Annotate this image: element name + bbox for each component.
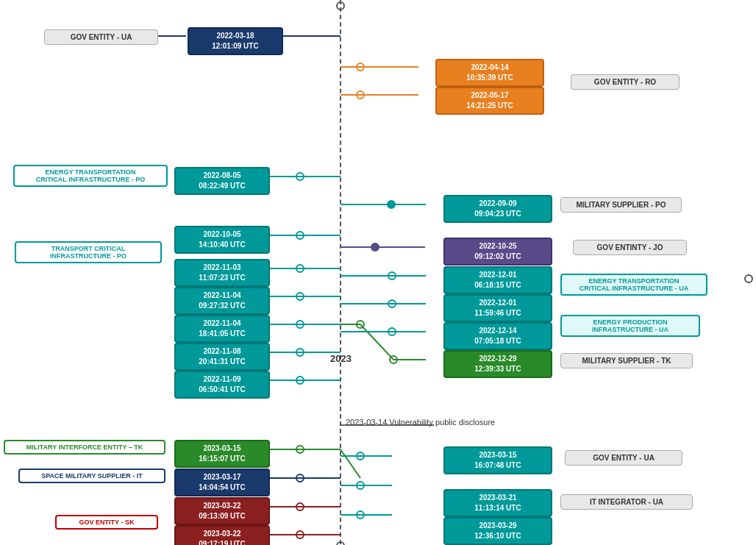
svg-point-24 (296, 265, 304, 272)
svg-point-9 (357, 91, 364, 99)
node-2023-03-17[interactable]: 2023-03-1714:04:54 UTC (174, 469, 270, 496)
svg-point-30 (296, 293, 304, 300)
entity-gov-sk: GOV ENTITY - SK (55, 515, 158, 530)
svg-point-39 (357, 321, 364, 328)
entity-military-tk-right: MILITARY SUPPLIER - TK (560, 353, 693, 368)
node-2022-11-09[interactable]: 2022-11-0906:50:41 UTC (174, 371, 270, 399)
node-2022-10-05[interactable]: 2022-10-0514:10:40 UTC (174, 226, 270, 254)
timeline-container: 2023 2023-03-14 Vulnerability public dis… (0, 0, 756, 545)
svg-point-50 (296, 377, 304, 384)
node-2023-03-15-right[interactable]: 2023-03-1516:07:48 UTC (443, 446, 552, 474)
node-2023-03-22a[interactable]: 2023-03-2209:13:09 UTC (174, 497, 270, 525)
node-2022-12-01b[interactable]: 2022-12-0111:59:46 UTC (443, 294, 552, 322)
entity-energy-prod-ua: ENERGY PRODUCTIONINFRASTRUCTURE - UA (560, 315, 700, 337)
node-2022-12-29[interactable]: 2022-12-2912:39:33 UTC (443, 350, 552, 378)
node-2022-11-03[interactable]: 2022-11-0311:07:23 UTC (174, 259, 270, 287)
year-label-2023: 2023 (330, 353, 352, 364)
node-2022-12-14[interactable]: 2022-12-1407:05:18 UTC (443, 322, 552, 350)
node-2023-03-21[interactable]: 2023-03-2111:13:14 UTC (443, 489, 552, 517)
node-2022-11-04a[interactable]: 2022-11-0409:27:32 UTC (174, 287, 270, 315)
entity-energy-trans-crit-ua: ENERGY TRANSPORTATIONCRITICAL INFRASTRUC… (560, 274, 707, 296)
node-2022-04-14[interactable]: 2022-04-1410:35:39 UTC (435, 59, 544, 87)
svg-point-55 (296, 446, 304, 453)
svg-point-58 (357, 452, 364, 460)
svg-point-51 (745, 275, 752, 282)
entity-gov-jo: GOV ENTINTY - JO (573, 240, 687, 255)
node-2023-03-22b[interactable]: 2023-03-2209:17:19 UTC (174, 525, 270, 545)
entity-gov-ua-left: GOV ENTITY - UA (44, 29, 158, 45)
entity-energy-trans-po: ENERGY TRANSPORTATIONCRITICAL INFRASTRUC… (13, 165, 168, 187)
svg-point-21 (371, 243, 379, 251)
node-2022-12-01a[interactable]: 2022-12-0106:18:15 UTC (443, 266, 552, 294)
node-2022-11-08[interactable]: 2022-11-0820:41:31 UTC (174, 343, 270, 371)
svg-point-36 (296, 321, 304, 328)
node-2023-03-15-left[interactable]: 2023-03-1516:15:07 UTC (174, 440, 270, 468)
svg-line-59 (340, 449, 360, 478)
disclosure-label: 2023-03-14 Vulnerability public disclosu… (346, 418, 495, 427)
svg-point-71 (357, 511, 364, 519)
entity-military-po: MILITARY SUPPLIER - PO (560, 197, 682, 213)
svg-line-38 (360, 324, 393, 360)
node-2022-09-09[interactable]: 2022-09-0909:04:23 UTC (443, 195, 552, 223)
svg-point-12 (296, 173, 304, 180)
entity-transport-po: TRANSPORT CRITICALINFRASTRUCTURE - PO (15, 241, 162, 263)
node-2022-05-17[interactable]: 2022-05-1714:21:25 UTC (435, 87, 544, 115)
svg-point-33 (388, 300, 396, 307)
svg-point-68 (296, 503, 304, 510)
timeline-axis (340, 0, 341, 545)
node-2023-03-29[interactable]: 2023-03-2912:36:10 UTC (443, 517, 552, 545)
node-2022-11-04b[interactable]: 2022-11-0418:41:05 UTC (174, 315, 270, 343)
entity-it-integrator-ua: IT INTEGRATOR - UA (560, 494, 693, 510)
entity-military-tk: MILITARY INTERFORCE ENTITY – TK (4, 440, 165, 455)
entity-space-it: SPACE MILITARY SUPPLIER - IT (18, 469, 165, 483)
svg-point-15 (388, 201, 395, 208)
svg-point-18 (296, 232, 304, 239)
svg-point-62 (296, 474, 304, 482)
node-2022-08-05[interactable]: 2022-08-0508:22:49 UTC (174, 167, 270, 195)
svg-point-45 (296, 349, 304, 356)
svg-point-65 (357, 482, 364, 489)
node-2022-03-18[interactable]: 2022-03-1812:01:09 UTC (188, 27, 283, 55)
svg-point-47 (390, 356, 397, 363)
svg-point-6 (357, 63, 364, 71)
svg-point-27 (388, 272, 396, 279)
svg-point-74 (296, 531, 304, 538)
node-2022-10-25[interactable]: 2022-10-2509:12:02 UTC (443, 238, 552, 266)
entity-gov-ro: GOV ENTITY - RO (571, 74, 680, 90)
entity-gov-ua-right: GOV ENTITY - UA (565, 450, 682, 466)
svg-point-42 (388, 328, 396, 335)
